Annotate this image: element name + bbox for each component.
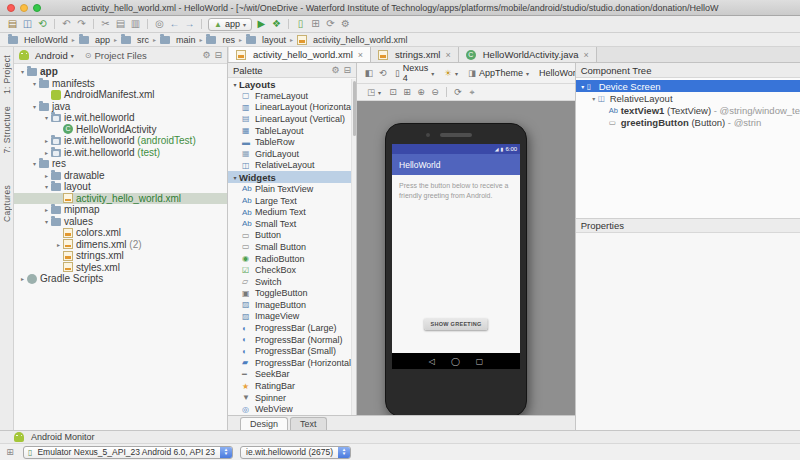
- find-icon[interactable]: ◎: [152, 16, 167, 32]
- project-tree-row[interactable]: ▾ie.wit.helloworld: [14, 112, 227, 124]
- component-tree-row[interactable]: AbtextView1 (TextView) - @string/window_…: [576, 104, 800, 116]
- component-tree-row[interactable]: ▾▯Device Screen: [576, 80, 800, 92]
- project-files-tab[interactable]: ⊙ Project Files: [85, 50, 147, 61]
- editor-tab[interactable]: strings.xml×: [371, 47, 459, 62]
- component-tree-row[interactable]: ▭greetingButton (Button) - @strin: [576, 116, 800, 128]
- process-combo[interactable]: ie.wit.helloworld (2675) ▲▼: [240, 446, 351, 459]
- zoom-fit-icon[interactable]: ⊡: [386, 84, 400, 100]
- palette-item[interactable]: ▨ImageView: [228, 311, 356, 323]
- forward-arrow-icon[interactable]: →: [182, 16, 197, 32]
- breadcrumb-item[interactable]: src: [121, 35, 149, 45]
- project-tree-row[interactable]: strings.xml: [14, 250, 227, 262]
- breadcrumb-item[interactable]: HelloWorld: [8, 35, 68, 45]
- editor-tab[interactable]: HelloWorldActivity.java×: [459, 47, 597, 62]
- palette-item[interactable]: ▣ToggleButton: [228, 288, 356, 300]
- project-tree-row[interactable]: ▾res: [14, 158, 227, 170]
- open-icon[interactable]: ▤: [5, 16, 20, 32]
- back-arrow-icon[interactable]: ←: [167, 16, 182, 32]
- close-tab-icon[interactable]: ×: [445, 50, 450, 60]
- project-tree-row[interactable]: colors.xml: [14, 227, 227, 239]
- palette-item[interactable]: ━SeekBar: [228, 369, 356, 381]
- component-tree-row[interactable]: ▾◫RelativeLayout: [576, 92, 800, 104]
- breadcrumb-item[interactable]: layout: [246, 35, 286, 45]
- gradle-sync-icon[interactable]: ⟳: [323, 16, 338, 32]
- project-tree-row[interactable]: ▾manifests: [14, 78, 227, 90]
- emulator-device-combo[interactable]: ▯ Emulator Nexus_5_API_23 Android 6.0, A…: [23, 446, 233, 459]
- collapse-all-icon[interactable]: ⊟: [214, 50, 222, 60]
- palette-item[interactable]: ▢FrameLayout: [228, 90, 356, 102]
- debug-button[interactable]: ❖: [269, 16, 284, 32]
- project-view-selector[interactable]: Android: [35, 50, 68, 61]
- breadcrumb-item[interactable]: app: [79, 35, 110, 45]
- project-tree-row[interactable]: ▸Gradle Scripts: [14, 273, 227, 285]
- project-tree-row[interactable]: ▾values: [14, 216, 227, 228]
- avd-manager-icon[interactable]: ▯: [293, 16, 308, 32]
- project-tree-row[interactable]: HelloWorldActivity: [14, 124, 227, 136]
- breadcrumb-item[interactable]: main: [160, 35, 196, 45]
- tool-window-button[interactable]: 7: Structure: [2, 106, 12, 154]
- palette-section-widgets[interactable]: ▾Widgets: [228, 171, 356, 183]
- close-tab-icon[interactable]: ×: [358, 50, 363, 60]
- palette-item[interactable]: ▱Switch: [228, 276, 356, 288]
- project-tree-row[interactable]: ▸mipmap: [14, 204, 227, 216]
- palette-item[interactable]: ◉RadioButton: [228, 253, 356, 265]
- palette-item[interactable]: ★RatingBar: [228, 380, 356, 392]
- palette-item[interactable]: ▥LinearLayout (Horizontal): [228, 102, 356, 114]
- zoom-out-icon[interactable]: ⊖: [428, 84, 442, 100]
- palette-item[interactable]: ▭Small Button: [228, 241, 356, 253]
- tool-window-button[interactable]: 1: Project: [2, 55, 12, 94]
- device-selector[interactable]: ▯Nexus 4▾: [395, 63, 434, 83]
- palette-section-layouts[interactable]: ▾Layouts: [228, 78, 356, 90]
- palette-scrollbar[interactable]: [351, 79, 356, 415]
- save-all-icon[interactable]: ◫: [20, 16, 35, 32]
- palette-item[interactable]: ▭Button: [228, 230, 356, 242]
- orientation-icon[interactable]: ⟲: [376, 65, 390, 81]
- close-window-button[interactable]: [7, 4, 15, 12]
- palette-item[interactable]: ☑CheckBox: [228, 264, 356, 276]
- zoom-window-button[interactable]: [33, 4, 41, 12]
- palette-item[interactable]: AbLarge Text: [228, 195, 356, 207]
- zoom-mode-selector[interactable]: ◳▾: [367, 87, 381, 97]
- palette-item[interactable]: ◐ProgressBar (Large): [228, 322, 356, 334]
- copy-icon[interactable]: ▤: [113, 16, 128, 32]
- project-tree-row[interactable]: activity_hello_world.xml: [14, 193, 227, 205]
- breadcrumb-item[interactable]: res: [206, 35, 235, 45]
- settings-icon[interactable]: ⚙: [202, 50, 210, 60]
- minimize-window-button[interactable]: [20, 4, 28, 12]
- cut-icon[interactable]: ✂: [98, 16, 113, 32]
- device-screen-preview[interactable]: ◢ ▮ 6:00 HelloWorld Press th: [392, 144, 520, 369]
- design-canvas[interactable]: ◢ ▮ 6:00 HelloWorld Press th: [357, 101, 575, 415]
- theme-selector[interactable]: ◨AppTheme▾: [468, 68, 529, 78]
- palette-item[interactable]: AbSmall Text: [228, 218, 356, 230]
- palette-item[interactable]: ◐ProgressBar (Small): [228, 345, 356, 357]
- palette-item[interactable]: ▰ProgressBar (Horizontal): [228, 357, 356, 369]
- breadcrumb-item[interactable]: activity_hello_world.xml: [297, 35, 408, 45]
- palette-item[interactable]: ▤LinearLayout (Vertical): [228, 113, 356, 125]
- preview-greeting-textview[interactable]: Press the button below to receive a frie…: [399, 181, 513, 201]
- palette-item[interactable]: AbPlain TextView: [228, 183, 356, 195]
- run-config-selector[interactable]: ▲app▾: [208, 18, 252, 31]
- android-monitor-bar[interactable]: Android Monitor: [0, 430, 800, 443]
- palette-item[interactable]: ▬TableRow: [228, 136, 356, 148]
- palette-item[interactable]: ▨ImageButton: [228, 299, 356, 311]
- gear-icon[interactable]: ⚙: [331, 65, 339, 75]
- settings-icon[interactable]: ⚙: [338, 16, 353, 32]
- render-options-icon[interactable]: ⌖: [465, 84, 479, 100]
- refresh-icon[interactable]: ⟳: [451, 84, 465, 100]
- palette-item[interactable]: AbMedium Text: [228, 206, 356, 218]
- toolwindow-grid-icon[interactable]: ⊞: [4, 447, 16, 457]
- project-tree-row[interactable]: ▾app: [14, 66, 227, 78]
- project-tree-row[interactable]: AndroidManifest.xml: [14, 89, 227, 101]
- tool-window-button[interactable]: Captures: [2, 185, 12, 222]
- editor-mode-tab-design[interactable]: Design: [240, 417, 288, 430]
- paste-icon[interactable]: ▥: [128, 16, 143, 32]
- sync-icon[interactable]: ⟲: [35, 16, 50, 32]
- palette-item[interactable]: ▦TableLayout: [228, 125, 356, 137]
- close-tab-icon[interactable]: ×: [583, 50, 588, 60]
- project-tree-row[interactable]: ▸drawable: [14, 170, 227, 182]
- project-tree-row[interactable]: ▸ie.wit.helloworld (test): [14, 147, 227, 159]
- project-tree-row[interactable]: ▾java: [14, 101, 227, 113]
- project-tree-row[interactable]: ▸ie.wit.helloworld (androidTest): [14, 135, 227, 147]
- theme-mode-selector[interactable]: ☀▾: [444, 68, 458, 78]
- zoom-actual-icon[interactable]: ⊞: [400, 84, 414, 100]
